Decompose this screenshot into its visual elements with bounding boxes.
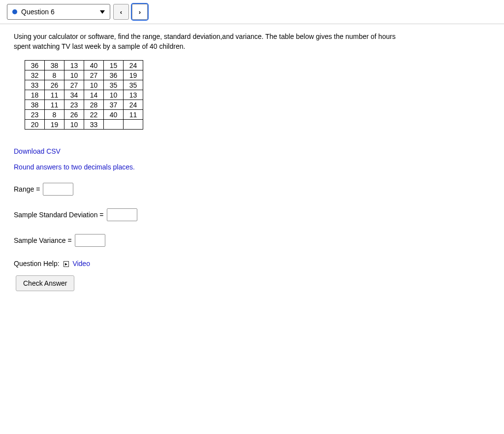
- status-dot-icon: [12, 9, 17, 14]
- table-cell: 13: [124, 90, 143, 100]
- question-select-label: Question 6: [21, 8, 100, 16]
- table-cell: 10: [84, 80, 104, 90]
- top-bar: Question 6 ‹ ›: [0, 0, 504, 24]
- next-button[interactable]: ›: [132, 4, 148, 20]
- table-cell: 8: [45, 110, 64, 120]
- table-cell: 37: [104, 100, 124, 110]
- range-label: Range =: [14, 185, 40, 193]
- table-cell: 27: [64, 80, 84, 90]
- video-link[interactable]: Video: [72, 260, 90, 267]
- table-cell: 22: [84, 110, 104, 120]
- video-icon: ▸: [63, 261, 69, 267]
- sd-row: Sample Standard Deviation =: [14, 208, 490, 221]
- rounding-hint: Round answers to two decimals places.: [14, 163, 490, 171]
- table-cell: 10: [104, 90, 124, 100]
- table-cell: 28: [84, 100, 104, 110]
- table-cell: [104, 120, 124, 130]
- table-row: 332627103535: [25, 80, 143, 90]
- table-cell: 24: [124, 61, 143, 70]
- table-row: 23826224011: [25, 110, 143, 120]
- table-cell: 19: [124, 70, 143, 80]
- chevron-down-icon: [100, 10, 105, 14]
- table-cell: 40: [84, 61, 104, 70]
- sd-label: Sample Standard Deviation =: [14, 211, 104, 219]
- range-input[interactable]: [43, 183, 73, 196]
- table-cell: 10: [64, 70, 84, 80]
- table-cell: 15: [104, 61, 124, 70]
- question-content: Using your calculator or software, find …: [0, 24, 504, 299]
- table-cell: 19: [45, 120, 64, 130]
- prev-button[interactable]: ‹: [113, 4, 129, 20]
- question-select[interactable]: Question 6: [7, 4, 110, 20]
- table-cell: 33: [25, 80, 45, 90]
- var-row: Sample Variance =: [14, 234, 490, 247]
- table-row: 181134141013: [25, 90, 143, 100]
- table-cell: 8: [45, 70, 64, 80]
- table-cell: 38: [45, 61, 64, 70]
- table-row: 32810273619: [25, 70, 143, 80]
- table-cell: 40: [104, 110, 124, 120]
- table-cell: 10: [64, 120, 84, 130]
- table-cell: 35: [104, 80, 124, 90]
- table-cell: 14: [84, 90, 104, 100]
- table-cell: 36: [104, 70, 124, 80]
- chevron-right-icon: ›: [139, 8, 141, 16]
- sd-input[interactable]: [107, 208, 137, 221]
- table-cell: 36: [25, 61, 45, 70]
- data-table: 3638134015243281027361933262710353518113…: [25, 60, 143, 130]
- table-cell: 24: [124, 100, 143, 110]
- table-cell: 11: [45, 90, 64, 100]
- table-cell: 35: [124, 80, 143, 90]
- table-row: 381123283724: [25, 100, 143, 110]
- table-cell: 23: [64, 100, 84, 110]
- table-cell: 38: [25, 100, 45, 110]
- table-cell: 20: [25, 120, 45, 130]
- table-cell: 11: [124, 110, 143, 120]
- table-cell: 23: [25, 110, 45, 120]
- range-row: Range =: [14, 183, 490, 196]
- check-answer-button[interactable]: Check Answer: [16, 275, 74, 291]
- table-cell: 27: [84, 70, 104, 80]
- question-prompt: Using your calculator or software, find …: [14, 32, 398, 51]
- table-cell: 33: [84, 120, 104, 130]
- table-cell: 13: [64, 61, 84, 70]
- download-csv-link[interactable]: Download CSV: [14, 147, 61, 155]
- table-cell: 32: [25, 70, 45, 80]
- table-row: 20191033: [25, 120, 143, 130]
- chevron-left-icon: ‹: [120, 8, 122, 16]
- table-cell: 18: [25, 90, 45, 100]
- table-row: 363813401524: [25, 61, 143, 70]
- table-cell: 26: [64, 110, 84, 120]
- var-label: Sample Variance =: [14, 236, 72, 244]
- table-cell: 11: [45, 100, 64, 110]
- var-input[interactable]: [75, 234, 105, 247]
- question-help: Question Help: ▸ Video: [14, 260, 490, 267]
- help-label: Question Help:: [14, 260, 60, 267]
- table-cell: 26: [45, 80, 64, 90]
- table-cell: [124, 120, 143, 130]
- table-cell: 34: [64, 90, 84, 100]
